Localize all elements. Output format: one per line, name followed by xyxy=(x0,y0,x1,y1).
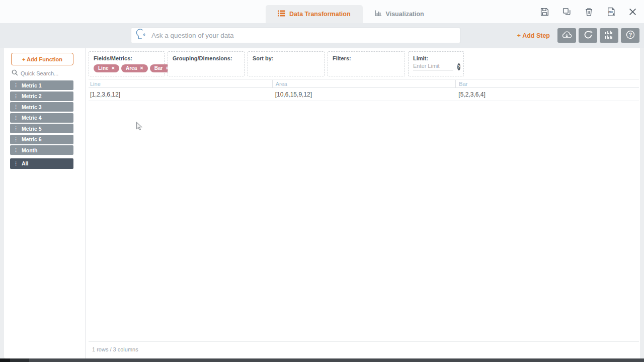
save-icon[interactable] xyxy=(540,7,549,17)
pill-label: Bar xyxy=(154,65,163,71)
tab-label: Visualization xyxy=(386,11,424,18)
drag-grip-icon: ⋮ xyxy=(14,148,18,152)
field-item-metric-2[interactable]: ⋮Metric 2 xyxy=(10,92,73,101)
bar-chart-icon xyxy=(375,10,382,18)
drag-grip-icon: ⋮ xyxy=(14,94,18,99)
field-label: Metric 4 xyxy=(22,115,42,121)
duplicate-icon[interactable] xyxy=(562,7,572,17)
field-item-metric-5[interactable]: ⋮Metric 5 xyxy=(10,124,73,133)
help-icon: ? xyxy=(625,30,635,41)
drag-grip-icon: ⋮ xyxy=(14,116,18,120)
pill-label: Area xyxy=(126,65,137,71)
metric-pills: Line× Area× Bar× xyxy=(94,64,159,72)
field-label: Metric 2 xyxy=(22,93,42,99)
table-header-row: Line Area Bar xyxy=(89,79,639,88)
field-item-metric-4[interactable]: ⋮Metric 4 xyxy=(10,113,73,123)
pill-area[interactable]: Area× xyxy=(121,64,148,72)
limit-label: Limit: xyxy=(413,55,459,61)
filters-label: Filters: xyxy=(333,55,400,61)
search-input[interactable] xyxy=(151,32,456,39)
drag-grip-icon: ⋮ xyxy=(14,161,18,166)
add-function-button[interactable]: + Add Function xyxy=(11,53,73,65)
drag-grip-icon: ⋮ xyxy=(14,137,18,142)
cell-line: [1,2,3,6,12] xyxy=(89,88,272,101)
toolbar-actions: + Add Step ? xyxy=(517,28,639,43)
sort-by-dropzone[interactable]: Sort by: xyxy=(248,51,325,76)
ask-question-box[interactable] xyxy=(131,28,460,43)
app-window: Data Transformation Visualization PDF xyxy=(0,0,644,362)
quick-search-input[interactable] xyxy=(21,70,71,76)
quick-search[interactable] xyxy=(12,69,71,78)
main-panel: Fields/Metrics: Line× Area× Bar× Groupin… xyxy=(86,48,640,358)
bottom-edge-strip xyxy=(0,358,644,362)
add-step-button[interactable]: + Add Step xyxy=(517,32,550,39)
field-item-metric-3[interactable]: ⋮Metric 3 xyxy=(10,102,73,112)
field-label: Metric 6 xyxy=(22,136,42,142)
window-actions: PDF xyxy=(540,7,637,17)
table-grid-icon xyxy=(278,10,285,18)
close-icon[interactable] xyxy=(628,8,637,16)
table-row: [1,2,3,6,12] [10,6,15,9,12] [5,2,3,6,4] xyxy=(89,88,639,101)
drag-grip-icon: ⋮ xyxy=(14,83,18,87)
cell-bar: [5,2,3,6,4] xyxy=(455,88,639,101)
filters-dropzone[interactable]: Filters: xyxy=(328,51,405,76)
table-status: 1 rows / 3 columns xyxy=(89,341,639,358)
pill-label: Line xyxy=(98,65,109,71)
field-label: Metric 5 xyxy=(22,126,42,132)
refresh-button[interactable] xyxy=(579,28,597,43)
limit-box: Limit: ? xyxy=(408,51,464,76)
main-tabs: Data Transformation Visualization xyxy=(266,5,436,23)
tab-data-transformation[interactable]: Data Transformation xyxy=(266,5,363,23)
histogram-button[interactable] xyxy=(600,28,618,43)
title-bar: Data Transformation Visualization PDF xyxy=(0,0,644,23)
download-button[interactable] xyxy=(557,28,576,43)
column-header-bar[interactable]: Bar xyxy=(455,80,639,87)
grouping-dropzone[interactable]: Grouping/Dimensions: xyxy=(168,51,245,76)
sort-by-label: Sort by: xyxy=(253,55,319,61)
svg-text:PDF: PDF xyxy=(608,11,613,14)
field-label: Month xyxy=(22,147,38,153)
voice-search-icon xyxy=(135,29,148,43)
trash-icon[interactable] xyxy=(584,7,594,17)
field-label: Metric 3 xyxy=(22,104,42,110)
fields-metrics-dropzone[interactable]: Fields/Metrics: Line× Area× Bar× xyxy=(89,51,165,76)
drag-grip-icon: ⋮ xyxy=(14,126,18,131)
query-builder: Fields/Metrics: Line× Area× Bar× Groupin… xyxy=(89,51,464,76)
export-pdf-icon[interactable]: PDF xyxy=(606,7,616,17)
cloud-download-icon xyxy=(561,30,573,41)
sidebar: + Add Function ⋮Metric 1 ⋮Metric 2 ⋮Metr… xyxy=(4,48,86,358)
field-label: All xyxy=(22,160,28,166)
refresh-icon xyxy=(583,30,593,41)
tab-label: Data Transformation xyxy=(289,11,351,18)
field-list: ⋮Metric 1 ⋮Metric 2 ⋮Metric 3 ⋮Metric 4 … xyxy=(10,80,73,169)
column-header-line[interactable]: Line xyxy=(89,80,272,87)
remove-pill-icon[interactable]: × xyxy=(112,65,115,71)
histogram-icon xyxy=(604,30,614,41)
cell-area: [10,6,15,9,12] xyxy=(272,88,456,101)
field-item-month[interactable]: ⋮Month xyxy=(10,145,73,155)
pill-line[interactable]: Line× xyxy=(94,64,119,72)
grouping-label: Grouping/Dimensions: xyxy=(173,55,239,61)
help-button[interactable]: ? xyxy=(621,28,639,43)
field-item-all[interactable]: ⋮All xyxy=(10,158,73,169)
field-item-metric-1[interactable]: ⋮Metric 1 xyxy=(10,80,73,90)
fields-metrics-label: Fields/Metrics: xyxy=(94,55,159,61)
field-label: Metric 1 xyxy=(22,82,42,88)
limit-input[interactable] xyxy=(413,63,453,70)
limit-help-icon[interactable]: ? xyxy=(457,63,460,70)
field-item-metric-6[interactable]: ⋮Metric 6 xyxy=(10,135,73,144)
results-table: Line Area Bar [1,2,3,6,12] [10,6,15,9,12… xyxy=(89,79,639,101)
column-header-area[interactable]: Area xyxy=(272,80,456,87)
svg-text:?: ? xyxy=(628,32,631,38)
search-icon xyxy=(12,69,18,78)
toolbar: + Add Step ? xyxy=(0,23,644,48)
drag-grip-icon: ⋮ xyxy=(14,105,18,109)
tab-visualization[interactable]: Visualization xyxy=(363,5,436,23)
remove-pill-icon[interactable]: × xyxy=(140,65,143,71)
